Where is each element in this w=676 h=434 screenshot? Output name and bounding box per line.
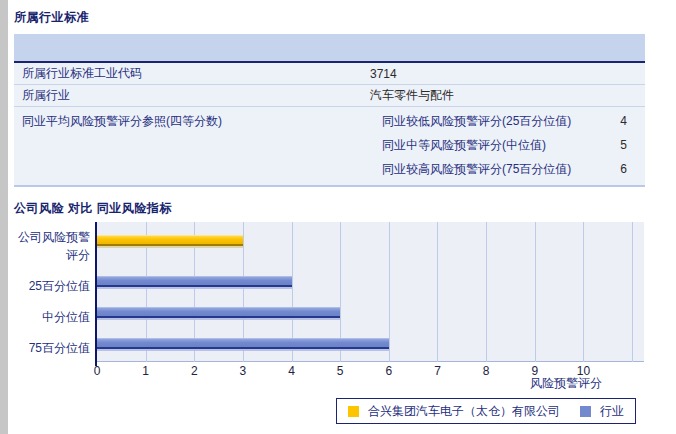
legend-label: 合兴集团汽车电子（太仓）有限公司 bbox=[368, 403, 560, 420]
gridline bbox=[583, 222, 584, 362]
category-label-1: 25百分位值 bbox=[8, 277, 90, 295]
industry-code-value: 3714 bbox=[370, 67, 397, 81]
x-tick-2: 2 bbox=[191, 364, 198, 378]
table-header-band bbox=[14, 34, 645, 63]
legend-item-company: 合兴集团汽车电子（太仓）有限公司 bbox=[348, 403, 560, 420]
category-label-2: 中分位值 bbox=[8, 308, 90, 326]
page-left-margin-strip bbox=[0, 0, 8, 434]
high-risk-label: 同业较高风险预警评分(75百分位值) bbox=[378, 161, 594, 178]
table-row-peer-reference: 同业平均风险预警评分参照(四等分数) 同业较低风险预警评分(25百分位值) 4 … bbox=[14, 107, 645, 185]
x-tick-10: 10 bbox=[577, 364, 590, 378]
gridline bbox=[340, 222, 341, 362]
x-tick-1: 1 bbox=[142, 364, 149, 378]
x-tick-6: 6 bbox=[385, 364, 392, 378]
category-label-0: 公司风险预警评分 bbox=[8, 228, 90, 264]
legend-label: 行业 bbox=[600, 403, 624, 420]
gridline bbox=[632, 222, 633, 362]
gridline bbox=[146, 222, 147, 362]
x-tick-3: 3 bbox=[240, 364, 247, 378]
bar-industry-cat2 bbox=[97, 307, 340, 318]
chart-x-axis-title: 风险预警评分 bbox=[530, 375, 602, 392]
report-page: 所属行业标准 所属行业标准工业代码 3714 所属行业 汽车零件与配件 同业平均… bbox=[0, 0, 676, 434]
medium-risk-value: 5 bbox=[594, 138, 627, 152]
x-tick-0: 0 bbox=[94, 364, 101, 378]
subrow-medium-risk: 同业中等风险预警评分(中位值) 5 bbox=[378, 133, 645, 157]
x-tick-9: 9 bbox=[531, 364, 538, 378]
legend-item-industry: 行业 bbox=[580, 403, 624, 420]
low-risk-value: 4 bbox=[594, 114, 627, 128]
industry-value: 汽车零件与配件 bbox=[370, 87, 454, 104]
bar-industry-cat1 bbox=[97, 276, 292, 287]
subrow-low-risk: 同业较低风险预警评分(25百分位值) 4 bbox=[378, 109, 645, 133]
section-title-risk-comparison: 公司风险 对比 同业风险指标 bbox=[14, 200, 172, 217]
category-label-3: 75百分位值 bbox=[8, 339, 90, 357]
high-risk-value: 6 bbox=[594, 162, 627, 176]
table-body: 所属行业标准工业代码 3714 所属行业 汽车零件与配件 同业平均风险预警评分参… bbox=[14, 63, 645, 187]
gridline bbox=[389, 222, 390, 362]
peer-reference-subrows: 同业较低风险预警评分(25百分位值) 4 同业中等风险预警评分(中位值) 5 同… bbox=[378, 107, 645, 185]
industry-label: 所属行业 bbox=[14, 87, 370, 104]
x-tick-4: 4 bbox=[288, 364, 295, 378]
chart-x-axis-ticks: 012345678910 bbox=[97, 364, 644, 378]
subrow-high-risk: 同业较高风险预警评分(75百分位值) 6 bbox=[378, 157, 645, 181]
bar-company-cat0 bbox=[97, 235, 243, 246]
chart-y-axis-line bbox=[95, 222, 97, 366]
gridline bbox=[243, 222, 244, 362]
gridline bbox=[486, 222, 487, 362]
legend-swatch-icon bbox=[580, 406, 591, 417]
gridline bbox=[292, 222, 293, 362]
gridline bbox=[437, 222, 438, 362]
chart-plot-area bbox=[97, 222, 644, 362]
peer-reference-label: 同业平均风险预警评分参照(四等分数) bbox=[14, 107, 378, 185]
section-title-industry-standard: 所属行业标准 bbox=[14, 9, 89, 26]
x-tick-8: 8 bbox=[483, 364, 490, 378]
industry-standard-table: 所属行业标准工业代码 3714 所属行业 汽车零件与配件 同业平均风险预警评分参… bbox=[14, 34, 645, 187]
table-row-industry-code: 所属行业标准工业代码 3714 bbox=[14, 63, 645, 85]
industry-code-label: 所属行业标准工业代码 bbox=[14, 65, 370, 82]
low-risk-label: 同业较低风险预警评分(25百分位值) bbox=[378, 113, 594, 130]
legend-swatch-icon bbox=[348, 406, 359, 417]
table-row-industry: 所属行业 汽车零件与配件 bbox=[14, 85, 645, 107]
medium-risk-label: 同业中等风险预警评分(中位值) bbox=[378, 137, 594, 154]
x-tick-5: 5 bbox=[337, 364, 344, 378]
gridline bbox=[194, 222, 195, 362]
gridline bbox=[535, 222, 536, 362]
x-tick-7: 7 bbox=[434, 364, 441, 378]
bar-industry-cat3 bbox=[97, 338, 389, 349]
chart-legend: 合兴集团汽车电子（太仓）有限公司行业 bbox=[336, 398, 636, 424]
